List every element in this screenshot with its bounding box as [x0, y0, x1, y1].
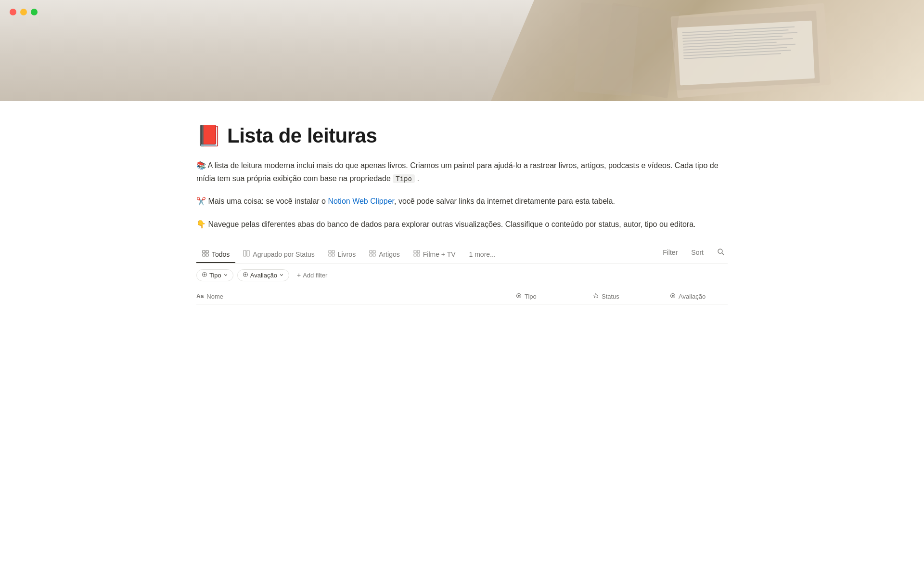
svg-rect-8 [329, 254, 331, 256]
tab-agrupado-icon [243, 250, 250, 258]
tab-livros-label: Livros [338, 250, 356, 258]
svg-rect-10 [370, 250, 372, 253]
tab-filme-tv[interactable]: Filme + TV [408, 246, 462, 263]
svg-rect-14 [414, 250, 416, 253]
page-title-row: 📕 Lista de leituras [196, 124, 728, 147]
tab-todos-icon [202, 250, 209, 258]
filter-chip-tipo-icon [202, 272, 207, 279]
tab-artigos[interactable]: Artigos [363, 246, 406, 263]
tab-more[interactable]: 1 more... [463, 247, 501, 263]
svg-point-25 [518, 295, 520, 297]
filter-chip-avaliacao-label: Avaliação [250, 272, 277, 279]
tipo-inline-code: Tipo [393, 174, 415, 183]
col-tipo-icon [516, 293, 522, 300]
col-tipo-label: Tipo [525, 293, 537, 300]
window-controls [10, 9, 38, 15]
tab-artigos-icon [369, 250, 376, 258]
hero-image [491, 0, 924, 101]
tab-filme-tv-icon [413, 250, 420, 258]
filter-chip-tipo[interactable]: Tipo [196, 269, 233, 281]
col-status-label: Status [602, 293, 619, 300]
minimize-button[interactable] [20, 9, 27, 15]
filter-label: Filter [663, 249, 678, 256]
tabs-toolbar: Filter Sort [660, 246, 728, 263]
svg-rect-16 [414, 254, 416, 256]
filter-chip-tipo-chevron [223, 272, 228, 279]
svg-rect-4 [244, 250, 246, 256]
col-avaliacao-label: Avaliação [679, 293, 706, 300]
svg-line-19 [722, 253, 724, 255]
table-header: Aa Nome Tipo Status [196, 289, 728, 304]
add-filter-label: Add filter [303, 272, 327, 279]
svg-rect-1 [206, 250, 208, 253]
svg-rect-0 [203, 250, 205, 253]
svg-rect-17 [417, 254, 420, 256]
tab-artigos-label: Artigos [379, 250, 400, 258]
search-icon [717, 248, 725, 257]
tabs-row: Todos Agrupado por Status [196, 246, 728, 263]
search-button[interactable] [714, 246, 728, 259]
tabs-left: Todos Agrupado por Status [196, 246, 660, 263]
svg-rect-13 [373, 254, 375, 256]
svg-point-27 [672, 295, 674, 297]
filter-chip-tipo-label: Tipo [209, 272, 221, 279]
tab-todos[interactable]: Todos [196, 246, 235, 263]
col-nome-icon: Aa [196, 293, 204, 300]
notion-web-clipper-link[interactable]: Notion Web Clipper [328, 197, 394, 205]
maximize-button[interactable] [31, 9, 38, 15]
svg-rect-12 [370, 254, 372, 256]
tab-more-label: 1 more... [469, 250, 496, 258]
description-paragraph-3: 👇 Navegue pelas diferentes abas do banco… [196, 218, 728, 231]
svg-rect-2 [203, 254, 205, 256]
svg-point-23 [244, 274, 246, 276]
description-block: 📚 A lista de leitura moderna inclui mais… [196, 159, 728, 231]
tab-agrupado[interactable]: Agrupado por Status [237, 246, 320, 263]
col-status[interactable]: Status [593, 293, 670, 300]
tab-agrupado-label: Agrupado por Status [253, 250, 314, 258]
sort-button[interactable]: Sort [688, 247, 706, 258]
hero-banner [0, 0, 924, 101]
tab-livros[interactable]: Livros [322, 246, 361, 263]
svg-rect-9 [332, 254, 334, 256]
filter-row: Tipo Avaliação + [196, 263, 728, 285]
col-avaliacao[interactable]: Avaliação [670, 293, 728, 300]
add-filter-button[interactable]: + Add filter [293, 269, 332, 281]
tab-todos-label: Todos [212, 250, 230, 258]
svg-point-21 [204, 274, 205, 276]
main-content: 📕 Lista de leituras 📚 A lista de leitura… [125, 101, 799, 304]
svg-rect-3 [206, 254, 208, 256]
col-nome[interactable]: Aa Nome [196, 293, 516, 300]
col-status-icon [593, 293, 599, 300]
page-title: Lista de leituras [227, 124, 377, 147]
svg-rect-7 [332, 250, 334, 253]
svg-rect-11 [373, 250, 375, 253]
add-filter-plus-icon: + [297, 271, 301, 279]
description-paragraph-2: ✂️ Mais uma coisa: se você instalar o No… [196, 195, 728, 208]
svg-rect-5 [247, 250, 249, 256]
filter-chip-avaliacao[interactable]: Avaliação [237, 269, 289, 281]
page-emoji: 📕 [196, 126, 221, 146]
tab-filme-tv-label: Filme + TV [423, 250, 456, 258]
col-avaliacao-icon [670, 293, 676, 300]
filter-chip-avaliacao-chevron [279, 272, 284, 279]
col-nome-label: Nome [206, 293, 223, 300]
description-paragraph-1: 📚 A lista de leitura moderna inclui mais… [196, 159, 728, 185]
col-tipo[interactable]: Tipo [516, 293, 593, 300]
tabs-section: Todos Agrupado por Status [196, 246, 728, 263]
sort-label: Sort [691, 249, 704, 256]
filter-button[interactable]: Filter [660, 247, 680, 258]
svg-rect-6 [329, 250, 331, 253]
svg-rect-15 [417, 250, 420, 253]
tab-livros-icon [328, 250, 335, 258]
filter-chip-avaliacao-icon [243, 272, 248, 279]
close-button[interactable] [10, 9, 16, 15]
